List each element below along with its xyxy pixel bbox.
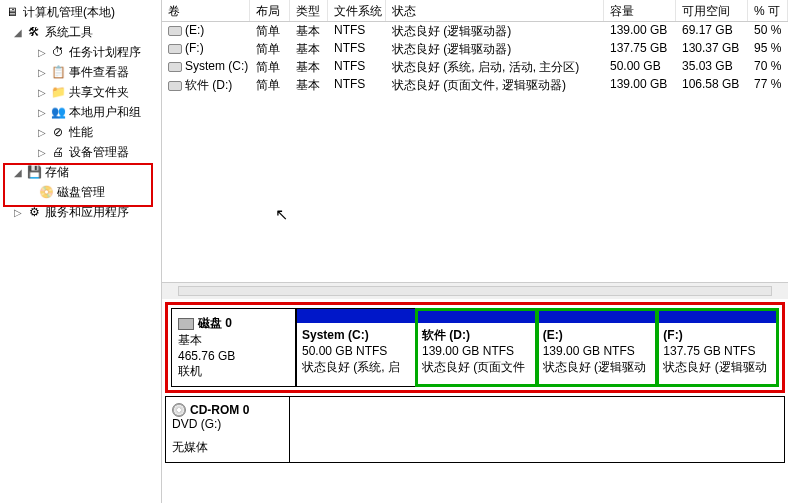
disk-0-label: 磁盘 0 基本 465.76 GB 联机 (171, 308, 296, 387)
tools-icon: 🛠 (26, 24, 42, 40)
table-cell: 50 % (748, 22, 788, 40)
table-cell: 状态良好 (页面文件, 逻辑驱动器) (386, 76, 604, 94)
tree-label: 存储 (45, 164, 69, 181)
tree-label: 设备管理器 (69, 144, 129, 161)
cdrom-empty (290, 396, 785, 463)
column-header[interactable]: 文件系统 (328, 0, 386, 21)
partition-size: 137.75 GB NTFS (663, 343, 773, 359)
horizontal-scrollbar[interactable] (162, 282, 788, 299)
table-row[interactable]: System (C:)简单基本NTFS状态良好 (系统, 启动, 活动, 主分区… (162, 58, 788, 76)
column-header[interactable]: % 可 (748, 0, 788, 21)
table-cell: 35.03 GB (676, 58, 748, 76)
table-cell: 基本 (290, 58, 328, 76)
tree-item-2[interactable]: ▷📁共享文件夹 (0, 82, 161, 102)
table-cell: 139.00 GB (604, 76, 676, 94)
partition-bar (658, 309, 778, 323)
main-panel: 卷布局类型文件系统状态容量可用空间% 可 (E:)简单基本NTFS状态良好 (逻… (162, 0, 788, 503)
partition[interactable]: 软件 (D:)139.00 GB NTFS状态良好 (页面文件 (416, 309, 537, 386)
partition-bar (297, 309, 416, 323)
tree-label: 共享文件夹 (69, 84, 129, 101)
tree-item-3[interactable]: ▷👥本地用户和组 (0, 102, 161, 122)
tree-item-1[interactable]: ▷📋事件查看器 (0, 62, 161, 82)
column-header[interactable]: 状态 (386, 0, 604, 21)
table-cell: 139.00 GB (604, 22, 676, 40)
item-icon: 📁 (50, 84, 66, 100)
tree-root[interactable]: 🖥 计算机管理(本地) (0, 2, 161, 22)
table-cell: 70 % (748, 58, 788, 76)
tree-system-tools[interactable]: ◢ 🛠 系统工具 (0, 22, 161, 42)
item-icon: ⏱ (50, 44, 66, 60)
nav-tree: 🖥 计算机管理(本地) ◢ 🛠 系统工具 ▷⏱任务计划程序▷📋事件查看器▷📁共享… (0, 0, 162, 503)
volume-table-header: 卷布局类型文件系统状态容量可用空间% 可 (162, 0, 788, 22)
volume-icon (168, 26, 182, 36)
item-icon: ⊘ (50, 124, 66, 140)
collapse-arrow-icon: ▷ (38, 87, 50, 98)
tree-services[interactable]: ▷ ⚙ 服务和应用程序 (0, 202, 161, 222)
table-cell: 77 % (748, 76, 788, 94)
tree-item-4[interactable]: ▷⊘性能 (0, 122, 161, 142)
volume-table-body: (E:)简单基本NTFS状态良好 (逻辑驱动器)139.00 GB69.17 G… (162, 22, 788, 282)
partition-name: (E:) (543, 327, 653, 343)
disk-0-partitions: System (C:)50.00 GB NTFS状态良好 (系统, 启软件 (D… (296, 308, 779, 387)
partition-status: 状态良好 (页面文件 (422, 359, 532, 375)
cdrom-label: CD-ROM 0 DVD (G:) 无媒体 (165, 396, 290, 463)
collapse-arrow-icon: ▷ (14, 207, 26, 218)
column-header[interactable]: 可用空间 (676, 0, 748, 21)
table-cell: 简单 (250, 76, 290, 94)
table-cell: (F:) (162, 40, 250, 58)
table-cell: 69.17 GB (676, 22, 748, 40)
column-header[interactable]: 布局 (250, 0, 290, 21)
table-cell: 状态良好 (系统, 启动, 活动, 主分区) (386, 58, 604, 76)
collapse-arrow-icon: ▷ (38, 107, 50, 118)
collapse-arrow-icon: ▷ (38, 127, 50, 138)
disk-mgmt-icon: 📀 (38, 184, 54, 200)
tree-item-5[interactable]: ▷🖨设备管理器 (0, 142, 161, 162)
disk-title: 磁盘 0 (198, 315, 232, 332)
table-cell: NTFS (328, 22, 386, 40)
cdrom-row[interactable]: CD-ROM 0 DVD (G:) 无媒体 (165, 396, 785, 463)
table-row[interactable]: (F:)简单基本NTFS状态良好 (逻辑驱动器)137.75 GB130.37 … (162, 40, 788, 58)
column-header[interactable]: 类型 (290, 0, 328, 21)
partition-status: 状态良好 (逻辑驱动 (663, 359, 773, 375)
disk-state: 联机 (178, 363, 289, 380)
disk-0-row[interactable]: 磁盘 0 基本 465.76 GB 联机 System (C:)50.00 GB… (165, 302, 785, 393)
partition-name: System (C:) (302, 327, 411, 343)
table-cell: 状态良好 (逻辑驱动器) (386, 40, 604, 58)
tree-storage[interactable]: ◢ 💾 存储 (0, 162, 161, 182)
partition[interactable]: (F:)137.75 GB NTFS状态良好 (逻辑驱动 (657, 309, 778, 386)
table-cell: 基本 (290, 40, 328, 58)
collapse-arrow-icon: ▷ (38, 147, 50, 158)
item-icon: 👥 (50, 104, 66, 120)
table-cell: 简单 (250, 58, 290, 76)
tree-label: 服务和应用程序 (45, 204, 129, 221)
table-cell: 简单 (250, 22, 290, 40)
item-icon: 📋 (50, 64, 66, 80)
storage-icon: 💾 (26, 164, 42, 180)
cdrom-state: 无媒体 (172, 439, 283, 456)
table-cell: 95 % (748, 40, 788, 58)
column-header[interactable]: 卷 (162, 0, 250, 21)
table-cell: 状态良好 (逻辑驱动器) (386, 22, 604, 40)
table-cell: 基本 (290, 22, 328, 40)
tree-disk-management[interactable]: 📀 磁盘管理 (0, 182, 161, 202)
table-cell: (E:) (162, 22, 250, 40)
table-cell: 简单 (250, 40, 290, 58)
table-cell: 软件 (D:) (162, 76, 250, 94)
table-cell: 50.00 GB (604, 58, 676, 76)
expand-arrow-icon: ◢ (14, 27, 26, 38)
disk-layout-area: 磁盘 0 基本 465.76 GB 联机 System (C:)50.00 GB… (162, 299, 788, 503)
table-row[interactable]: 软件 (D:)简单基本NTFS状态良好 (页面文件, 逻辑驱动器)139.00 … (162, 76, 788, 94)
column-header[interactable]: 容量 (604, 0, 676, 21)
partition[interactable]: (E:)139.00 GB NTFS状态良好 (逻辑驱动 (537, 309, 658, 386)
item-icon: 🖨 (50, 144, 66, 160)
tree-label: 性能 (69, 124, 93, 141)
partition-size: 50.00 GB NTFS (302, 343, 411, 359)
partition-size: 139.00 GB NTFS (422, 343, 532, 359)
tree-item-0[interactable]: ▷⏱任务计划程序 (0, 42, 161, 62)
table-row[interactable]: (E:)简单基本NTFS状态良好 (逻辑驱动器)139.00 GB69.17 G… (162, 22, 788, 40)
tree-label: 本地用户和组 (69, 104, 141, 121)
table-cell: 基本 (290, 76, 328, 94)
disk-kind: 基本 (178, 332, 289, 349)
volume-icon (168, 62, 182, 72)
partition[interactable]: System (C:)50.00 GB NTFS状态良好 (系统, 启 (296, 309, 416, 386)
